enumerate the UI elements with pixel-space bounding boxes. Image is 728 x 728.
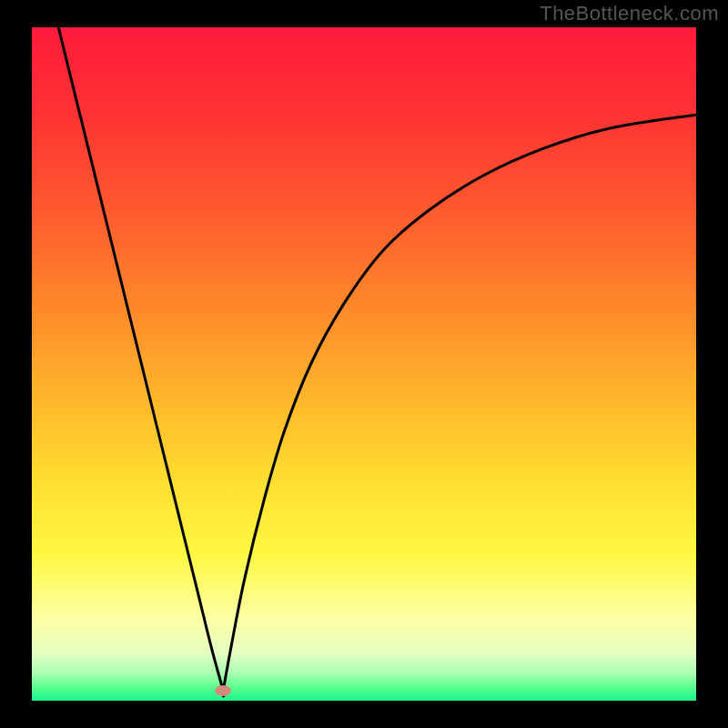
watermark-text: TheBottleneck.com [540, 2, 719, 25]
chart-frame: TheBottleneck.com [0, 0, 728, 728]
bottleneck-curve [32, 27, 696, 701]
plot-area [32, 27, 696, 701]
optimal-point-marker [215, 685, 231, 696]
